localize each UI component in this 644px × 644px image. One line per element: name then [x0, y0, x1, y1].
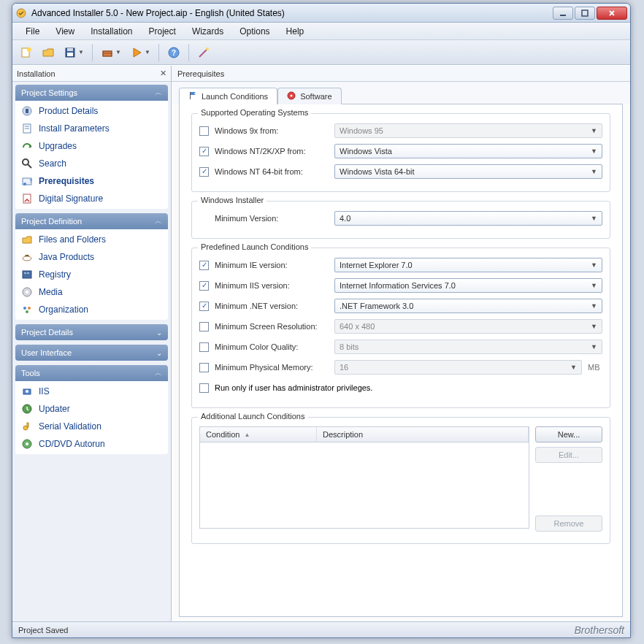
sidebar-group-header[interactable]: Tools︿	[15, 365, 168, 381]
svg-rect-15	[26, 109, 28, 113]
predefined-conditions-group: Predefined Launch Conditions Minimum IE …	[191, 248, 610, 408]
svg-point-40	[26, 442, 28, 445]
sidebar-group: User Interface⌄	[15, 345, 168, 361]
sidebar-item[interactable]: Search	[15, 155, 168, 172]
sidebar-item[interactable]: CD/DVD Autorun	[15, 435, 168, 453]
sidebar-item[interactable]: Media	[15, 283, 168, 301]
dropdown-value: 640 x 480	[340, 322, 375, 331]
svg-line-20	[28, 164, 31, 168]
os-dropdown[interactable]: Windows Vista▼	[334, 144, 602, 158]
condition-checkbox[interactable]	[199, 281, 209, 291]
sidebar-group-header[interactable]: Project Definition︿	[15, 213, 168, 229]
condition-dropdown[interactable]: .NET Framework 3.0▼	[334, 299, 602, 313]
maximize-button[interactable]	[575, 7, 595, 20]
condition-label: Minimum .NET version:	[215, 302, 329, 310]
menu-file[interactable]: File	[18, 24, 47, 39]
sidebar-item-icon	[21, 123, 33, 134]
sidebar-item[interactable]: Digital Signature	[15, 190, 168, 207]
svg-point-4	[27, 47, 31, 52]
svg-rect-2	[582, 10, 588, 16]
tab-launch-conditions[interactable]: Launch Conditions	[179, 88, 277, 104]
sidebar-group-header[interactable]: Project Settings︿	[15, 85, 168, 101]
menu-installation[interactable]: Installation	[83, 24, 139, 39]
svg-text:?: ?	[172, 49, 176, 57]
close-button[interactable]	[597, 7, 627, 20]
os-checkbox[interactable]	[199, 126, 209, 136]
condition-checkbox[interactable]	[199, 302, 209, 311]
sidebar-group-header[interactable]: User Interface⌄	[15, 345, 168, 361]
tab-panel: Supported Operating Systems Windows 9x f…	[179, 104, 623, 617]
sidebar-item[interactable]: Java Products	[15, 248, 168, 266]
dropdown-value: Windows 95	[340, 126, 383, 135]
app-window: Advanced Installer 5.0 - New Project.aip…	[12, 3, 631, 638]
chevron-down-icon: ▼	[591, 282, 597, 289]
sidebar-item[interactable]: Registry	[15, 266, 168, 283]
run-button[interactable]: ▼	[127, 43, 153, 62]
sidebar-item-label: Digital Signature	[39, 193, 103, 204]
sidebar-item-icon	[21, 403, 33, 415]
svg-point-13	[206, 47, 209, 50]
titlebar: Advanced Installer 5.0 - New Project.aip…	[12, 4, 630, 23]
new-project-button[interactable]	[17, 43, 36, 62]
condition-checkbox[interactable]	[199, 342, 209, 352]
admin-checkbox[interactable]	[199, 383, 209, 393]
build-button[interactable]: ▼	[98, 43, 124, 62]
menu-wizards[interactable]: Wizards	[185, 24, 231, 39]
chevron-icon: ︿	[155, 88, 162, 98]
sidebar-item[interactable]: Updater	[15, 400, 168, 418]
sidebar-item[interactable]: Upgrades	[15, 137, 168, 155]
unit-label: MB	[588, 363, 602, 372]
menu-project[interactable]: Project	[142, 24, 183, 39]
menu-help[interactable]: Help	[279, 24, 312, 39]
minimize-button[interactable]	[553, 7, 573, 20]
svg-rect-27	[24, 272, 26, 274]
condition-checkbox[interactable]	[199, 261, 209, 270]
col-condition[interactable]: Condition ▲	[200, 427, 317, 442]
condition-checkbox[interactable]	[199, 322, 209, 331]
chevron-down-icon: ▼	[591, 343, 597, 350]
sidebar-item[interactable]: Organization	[15, 301, 168, 318]
main-title: Prerequisites	[177, 69, 224, 78]
sidebar-group-header[interactable]: Project Details⌄	[15, 324, 168, 340]
svg-rect-6	[67, 48, 73, 51]
save-button[interactable]: ▼	[61, 43, 87, 62]
sidebar-item[interactable]: Files and Folders	[15, 231, 168, 248]
condition-dropdown[interactable]: Internet Information Services 7.0▼	[334, 278, 602, 293]
menu-options[interactable]: Options	[232, 24, 277, 39]
condition-label: Minimum IIS version:	[215, 281, 329, 290]
sidebar-item[interactable]: Serial Validation	[15, 418, 168, 435]
condition-dropdown[interactable]: Internet Explorer 7.0▼	[334, 258, 602, 272]
condition-checkbox[interactable]	[199, 363, 209, 372]
menu-view[interactable]: View	[48, 24, 82, 39]
sidebar-group-title: Tools	[21, 369, 40, 377]
edit-condition-button[interactable]: Edit...	[535, 447, 602, 463]
min-version-dropdown[interactable]: 4.0 ▼	[334, 211, 602, 226]
admin-label: Run only if user has administrator privi…	[215, 383, 372, 392]
sidebar-item[interactable]: ?Prerequisites	[15, 172, 168, 190]
os-checkbox[interactable]	[199, 147, 209, 156]
side-panel-close-icon[interactable]: ✕	[160, 69, 166, 78]
sidebar-item-icon	[21, 438, 33, 450]
sidebar-item-label: Serial Validation	[39, 421, 101, 432]
col-description[interactable]: Description	[317, 427, 529, 442]
conditions-table[interactable]: Condition ▲ Description	[199, 426, 529, 529]
remove-condition-button[interactable]: Remove	[535, 515, 602, 532]
sidebar-item-label: Organization	[39, 304, 88, 315]
help-toolbar-button[interactable]: ?	[164, 43, 183, 62]
wand-button[interactable]	[194, 43, 213, 62]
svg-point-25	[23, 256, 31, 261]
new-condition-button[interactable]: New...	[535, 426, 602, 442]
sidebar-item-label: CD/DVD Autorun	[39, 439, 105, 449]
sidebar-item[interactable]: Product Details	[15, 102, 168, 120]
os-dropdown[interactable]: Windows Vista 64-bit▼	[334, 164, 602, 179]
svg-rect-38	[27, 423, 28, 427]
sidebar-item-icon	[21, 158, 33, 169]
os-checkbox[interactable]	[199, 167, 209, 177]
sidebar-item[interactable]: IIS	[15, 383, 168, 400]
os-label: Windows NT 64-bit from:	[215, 167, 329, 176]
svg-point-31	[23, 307, 26, 310]
sidebar-item[interactable]: Install Parameters	[15, 120, 168, 137]
open-button[interactable]	[39, 43, 58, 62]
chevron-icon: ⌄	[156, 349, 162, 357]
tab-software[interactable]: Software	[277, 88, 341, 104]
